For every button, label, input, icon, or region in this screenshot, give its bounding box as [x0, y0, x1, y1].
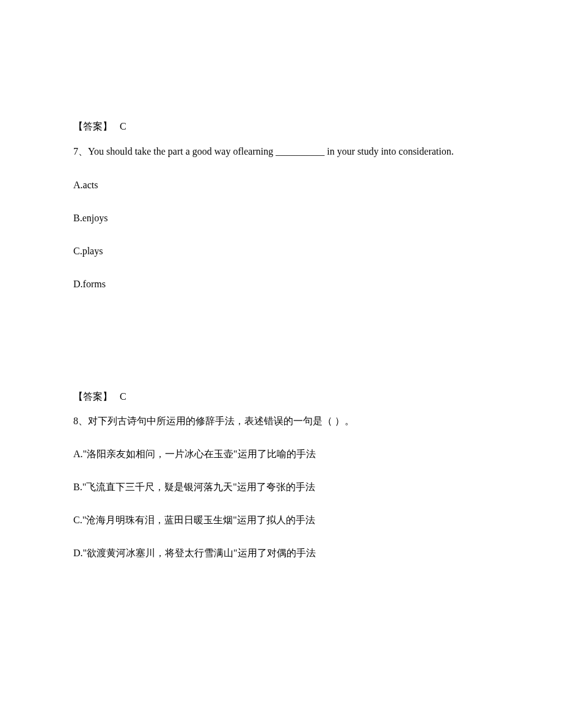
question-7-option-d: D.forms: [73, 277, 489, 292]
question-8-option-b: B."飞流直下三千尺，疑是银河落九天"运用了夸张的手法: [73, 480, 489, 495]
answer-7-label: 【答案】: [73, 391, 112, 402]
question-7-body: You should take the part a good way ofle…: [88, 146, 454, 156]
spacer: [73, 310, 489, 389]
question-7-option-b: B.enjoys: [73, 211, 489, 226]
question-8-number: 8、: [73, 416, 88, 426]
answer-6-label: 【答案】: [73, 121, 112, 131]
question-8-body: 对下列古诗句中所运用的修辞手法，表述错误的一句是（ ）。: [88, 416, 354, 426]
question-7-option-c: C.plays: [73, 244, 489, 259]
answer-6: 【答案】 C: [73, 119, 489, 134]
answer-6-value: C: [120, 121, 126, 131]
question-8-option-a: A."洛阳亲友如相问，一片冰心在玉壶"运用了比喻的手法: [73, 447, 489, 461]
question-7-number: 7、: [73, 146, 88, 156]
question-7-option-a: A.acts: [73, 178, 489, 193]
question-8-text: 8、对下列古诗句中所运用的修辞手法，表述错误的一句是（ ）。: [73, 414, 489, 428]
answer-7-value: C: [120, 391, 126, 402]
question-7-text: 7、You should take the part a good way of…: [73, 144, 489, 160]
question-8-option-c: C."沧海月明珠有泪，蓝田日暖玉生烟"运用了拟人的手法: [73, 513, 489, 528]
answer-7: 【答案】 C: [73, 389, 489, 404]
question-8-option-d: D."欲渡黄河冰塞川，将登太行雪满山"运用了对偶的手法: [73, 546, 489, 561]
